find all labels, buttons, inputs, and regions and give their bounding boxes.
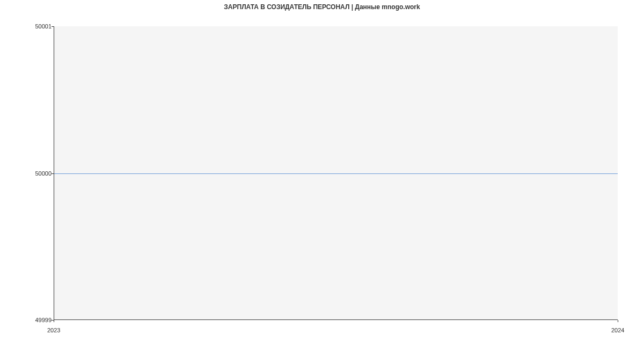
y-tick-label: 50000 <box>19 171 52 177</box>
x-tick-mark <box>54 320 54 322</box>
x-tick-label: 2023 <box>47 328 60 333</box>
y-tick-label: 50001 <box>19 24 52 30</box>
x-tick-mark <box>618 320 618 322</box>
y-tick-mark <box>52 173 54 174</box>
y-tick-label: 49999 <box>19 317 52 323</box>
plot-area <box>54 26 618 320</box>
chart-title: ЗАРПЛАТА В СОЗИДАТЕЛЬ ПЕРСОНАЛ | Данные … <box>0 3 644 11</box>
data-line <box>54 173 618 174</box>
y-tick-mark <box>52 26 54 27</box>
x-tick-label: 2024 <box>611 328 624 333</box>
